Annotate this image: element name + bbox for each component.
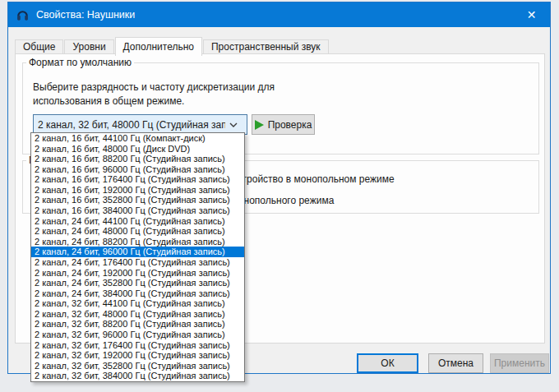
tab-advanced[interactable]: Дополнительно bbox=[115, 37, 202, 56]
dropdown-item[interactable]: 2 канал, 24 бит, 176400 Гц (Студийная за… bbox=[31, 257, 244, 268]
test-button[interactable]: Проверка bbox=[252, 114, 315, 135]
dropdown-item[interactable]: 2 канал, 16 бит, 96000 Гц (Студийная зап… bbox=[31, 164, 244, 175]
format-description-line2: использования в общем режиме. bbox=[33, 95, 184, 107]
dropdown-item[interactable]: 2 канал, 32 бит, 384000 Гц (Студийная за… bbox=[31, 371, 244, 381]
dropdown-item[interactable]: 2 канал, 24 бит, 192000 Гц (Студийная за… bbox=[31, 268, 244, 279]
dropdown-item[interactable]: 2 канал, 32 бит, 96000 Гц (Студийная зап… bbox=[31, 330, 244, 340]
headphones-icon bbox=[16, 8, 30, 22]
dropdown-item[interactable]: 2 канал, 16 бит, 44100 Гц (Компакт-диск) bbox=[31, 133, 244, 144]
dropdown-item[interactable]: 2 канал, 32 бит, 44100 Гц (Студийная зап… bbox=[31, 298, 244, 309]
dropdown-item[interactable]: 2 канал, 24 бит, 44100 Гц (Студийная зап… bbox=[31, 216, 244, 227]
dropdown-item[interactable]: 2 канал, 24 бит, 48000 Гц (Студийная зап… bbox=[31, 226, 244, 237]
default-format-group-title: Формат по умолчанию bbox=[26, 57, 134, 68]
dropdown-item[interactable]: 2 канал, 24 бит, 88200 Гц (Студийная зап… bbox=[31, 237, 244, 247]
dropdown-item[interactable]: 2 канал, 32 бит, 88200 Гц (Студийная зап… bbox=[31, 319, 244, 330]
chevron-down-icon bbox=[225, 122, 242, 127]
window-title: Свойства: Наушники bbox=[36, 9, 135, 21]
dropdown-item[interactable]: 2 канал, 32 бит, 192000 Гц (Студийная за… bbox=[31, 350, 244, 361]
dropdown-item[interactable]: 2 канал, 16 бит, 176400 Гц (Студийная за… bbox=[31, 174, 244, 185]
dropdown-item[interactable]: 2 канал, 24 бит, 384000 Гц (Студийная за… bbox=[31, 288, 244, 299]
format-dropdown-list: 2 канал, 16 бит, 44100 Гц (Компакт-диск)… bbox=[30, 132, 245, 382]
dropdown-item[interactable]: 2 канал, 16 бит, 192000 Гц (Студийная за… bbox=[31, 185, 244, 196]
play-icon bbox=[255, 120, 264, 130]
close-button[interactable]: ✕ bbox=[513, 2, 550, 27]
format-description-line1: Выберите разрядность и частоту дискретиз… bbox=[33, 81, 275, 93]
close-icon: ✕ bbox=[527, 8, 537, 21]
dropdown-item[interactable]: 2 канал, 16 бит, 48000 Гц (Диск DVD) bbox=[31, 144, 244, 154]
dropdown-item[interactable]: 2 канал, 32 бит, 48000 Гц (Студийная зап… bbox=[31, 309, 244, 320]
dropdown-item[interactable]: 2 канал, 16 бит, 384000 Гц (Студийная за… bbox=[31, 205, 244, 216]
dropdown-item[interactable]: 2 канал, 16 бит, 352800 Гц (Студийная за… bbox=[31, 195, 244, 205]
ok-button[interactable]: ОК bbox=[357, 353, 418, 373]
test-button-label: Проверка bbox=[268, 119, 312, 131]
apply-button: Применить bbox=[490, 353, 549, 373]
tab-strip: Общие Уровни Дополнительно Пространствен… bbox=[15, 35, 330, 55]
dropdown-item[interactable]: 2 канал, 32 бит, 176400 Гц (Студийная за… bbox=[31, 340, 244, 351]
dropdown-item[interactable]: 2 канал, 24 бит, 352800 Гц (Студийная за… bbox=[31, 278, 244, 288]
dropdown-item[interactable]: 2 канал, 24 бит, 96000 Гц (Студийная зап… bbox=[31, 247, 244, 257]
dropdown-item[interactable]: 2 канал, 32 бит, 352800 Гц (Студийная за… bbox=[31, 361, 244, 371]
desktop-background: Свойства: Наушники ✕ Общие Уровни Дополн… bbox=[0, 0, 559, 392]
titlebar[interactable]: Свойства: Наушники ✕ bbox=[8, 2, 550, 27]
format-combobox-value: 2 канал, 32 бит, 48000 Гц (Студийная зап… bbox=[38, 119, 225, 131]
dropdown-item[interactable]: 2 канал, 16 бит, 88200 Гц (Студийная зап… bbox=[31, 154, 244, 164]
cancel-button[interactable]: Отмена bbox=[428, 353, 483, 373]
